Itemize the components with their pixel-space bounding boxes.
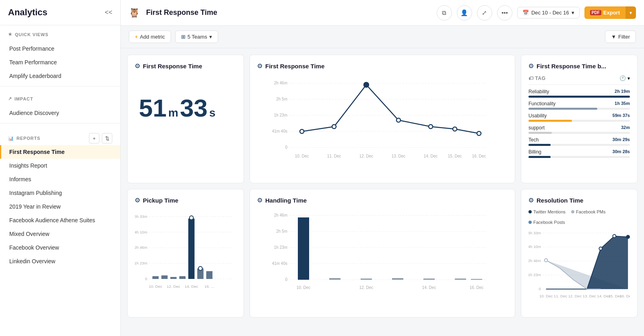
handling-chart-svg: 2h 46m 2h 5m 1h 23m 41m 40s 0 10. Dec 12…: [257, 209, 508, 298]
svg-text:0: 0: [539, 287, 541, 291]
tag-header: 🏷 TAG 🕐 ▾: [528, 75, 630, 85]
svg-text:5h 33m: 5h 33m: [135, 214, 147, 219]
sort-reports-button[interactable]: ⇅: [102, 133, 112, 143]
svg-rect-61: [423, 279, 435, 280]
sidebar-item-fb-audience[interactable]: Facebook Audience Athene Suites: [0, 213, 120, 227]
svg-text:16. Dec: 16. Dec: [472, 154, 486, 158]
card-title-pickup: ⊙ Pickup Time: [135, 197, 236, 204]
svg-rect-57: [298, 217, 309, 280]
svg-point-83: [626, 236, 630, 239]
card-title-resolution: ⊙ Resolution Time: [528, 197, 630, 204]
resolution-chart-svg: 5h 33m 4h 10m 2h 46m 1h 23m 0 10.: [528, 228, 630, 306]
export-button[interactable]: PDF Export: [584, 6, 625, 19]
reports-icon: 📊: [8, 136, 14, 141]
card-resolution-time: ⊙ Resolution Time Twitter Mentions Faceb…: [521, 189, 638, 318]
teams-icon: ⊞: [181, 34, 186, 40]
legend-dot-twitter: [528, 210, 532, 213]
svg-text:12. Dec: 12. Dec: [359, 154, 373, 158]
svg-point-10: [300, 129, 304, 133]
main-content: 🦉 First Response Time ⧉ 👤 ⤢ ••• 📅 Dec 10…: [121, 0, 644, 336]
svg-point-82: [613, 235, 616, 238]
sidebar-item-amplify-leaderboard[interactable]: Amplify Leaderboard: [0, 69, 120, 83]
svg-text:0: 0: [145, 277, 148, 281]
svg-rect-40: [206, 271, 213, 279]
tag-rows: Reliability 2h 19m Functionality 1h 35m …: [528, 89, 630, 158]
svg-text:1h 23m: 1h 23m: [528, 272, 541, 277]
svg-rect-58: [329, 278, 341, 280]
sidebar-item-first-response-time[interactable]: First Response Time: [0, 145, 120, 159]
pdf-badge: PDF: [590, 10, 601, 15]
page-title: First Response Time: [146, 8, 432, 17]
svg-rect-38: [188, 219, 195, 279]
filter-button[interactable]: ▼ Filter: [605, 31, 636, 43]
card-title-line-chart: ⊙ First Response Time: [257, 62, 508, 70]
svg-text:41m 40s: 41m 40s: [272, 261, 287, 266]
more-button[interactable]: •••: [497, 5, 512, 20]
copy-button[interactable]: ⧉: [437, 5, 452, 20]
tag-chart-icon: ⊙: [528, 62, 534, 70]
tag-name-reliability: Reliability: [528, 89, 549, 94]
quick-views-items: Post Performance Team Performance Amplif…: [0, 42, 120, 83]
sidebar-item-insights-report[interactable]: Insights Report: [0, 159, 120, 172]
sidebar-item-informes[interactable]: Informes: [0, 172, 120, 186]
svg-rect-35: [161, 275, 168, 279]
svg-point-16: [477, 131, 481, 135]
quick-views-section: ★ QUICK VIEWS: [0, 25, 120, 42]
sidebar-item-mixed-overview[interactable]: Mixed Overview: [0, 227, 120, 241]
divider-1: [0, 86, 120, 86]
reports-items: First Response Time Insights Report Info…: [0, 145, 120, 268]
tag-name-support: support: [528, 125, 545, 131]
reports-section-header: 📊 REPORTS + ⇅: [0, 127, 120, 145]
export-dropdown-button[interactable]: ▾: [625, 6, 636, 19]
calendar-icon: 📅: [522, 10, 529, 16]
tag-dropdown-button[interactable]: ▾: [627, 76, 630, 81]
add-report-button[interactable]: +: [89, 133, 99, 143]
tag-item-support: support 32m: [528, 125, 630, 134]
sidebar-item-linkedin-overview[interactable]: Linkedin Overview: [0, 254, 120, 268]
sidebar-item-post-performance[interactable]: Post Performance: [0, 42, 120, 55]
sidebar-item-team-performance[interactable]: Team Performance: [0, 55, 120, 69]
svg-text:4h 10m: 4h 10m: [528, 244, 541, 249]
sidebar-item-audience-discovery[interactable]: Audience Discovery: [0, 106, 120, 120]
sidebar-item-2019-year[interactable]: 2019 Year in Review: [0, 200, 120, 213]
metric-minutes-unit: m: [168, 107, 178, 119]
svg-text:10. Dec: 10. Dec: [149, 284, 163, 289]
svg-text:2h 5m: 2h 5m: [276, 229, 287, 234]
clock-icon: 🕐: [619, 75, 626, 81]
handling-chart-icon: ⊙: [257, 197, 262, 204]
reports-actions: + ⇅: [89, 133, 112, 143]
add-metric-button[interactable]: + Add metric: [129, 31, 171, 43]
tag-name-usability: Usability: [528, 113, 547, 119]
legend-twitter: Twitter Mentions: [528, 209, 566, 214]
svg-text:4h 10m: 4h 10m: [135, 230, 147, 234]
svg-text:11. Dec: 11. Dec: [554, 294, 568, 298]
legend-dot-fb-posts: [528, 221, 532, 224]
svg-text:5h 33m: 5h 33m: [528, 231, 541, 235]
svg-text:10. Dec: 10. Dec: [297, 285, 310, 290]
legend-fb-posts: Facebook Posts: [528, 220, 565, 225]
sidebar-item-fb-overview[interactable]: Facebook Overview: [0, 241, 120, 254]
tag-label: 🏷 TAG: [528, 76, 546, 81]
line-chart-svg: 2h 46m 2h 5m 1h 23m 41m 40s 0 10. Dec 11…: [257, 75, 508, 172]
tag-name-tech: Tech: [528, 137, 539, 143]
expand-button[interactable]: ⤢: [477, 5, 492, 20]
add-metric-label: Add metric: [140, 34, 165, 40]
sidebar-item-instagram-publishing[interactable]: Instagram Publishing: [0, 186, 120, 200]
svg-text:12. Dec: 12. Dec: [359, 285, 373, 290]
teams-filter-button[interactable]: ⊞ 5 Teams ▾: [175, 31, 218, 43]
svg-point-15: [453, 127, 457, 131]
user-button[interactable]: 👤: [457, 5, 472, 20]
card-title-stat: ⊙ First Response Time: [135, 62, 236, 70]
svg-rect-59: [361, 279, 372, 280]
tag-controls: 🕐 ▾: [619, 75, 630, 81]
card-first-response-by-tag: ⊙ First Response Time b... 🏷 TAG 🕐 ▾ Rel…: [521, 55, 638, 183]
card-pickup-time: ⊙ Pickup Time 5h 33m 4h 10m 2h 46m 1h 23…: [127, 189, 244, 318]
svg-point-41: [190, 216, 194, 220]
legend-fb-pm: Facebook PMs: [571, 209, 605, 214]
svg-point-42: [198, 266, 202, 270]
date-range-button[interactable]: 📅 Dec 10 - Dec 16 ▾: [517, 7, 580, 18]
svg-rect-36: [170, 277, 177, 279]
collapse-button[interactable]: <<: [105, 9, 112, 16]
impact-icon: ↗: [8, 96, 12, 101]
date-range-label: Dec 10 - Dec 16: [531, 10, 569, 16]
